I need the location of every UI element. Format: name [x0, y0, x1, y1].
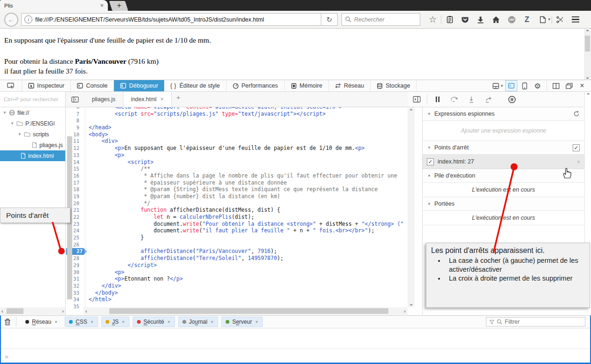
plus-icon[interactable]: +	[114, 0, 124, 10]
code-line[interactable]: */	[89, 200, 407, 207]
tab-stockage[interactable]: Stockage	[371, 80, 417, 91]
sidebar-toggle-button[interactable]	[550, 80, 562, 91]
line-number[interactable]: 9	[66, 124, 83, 131]
filter-caret-icon[interactable]: ▼	[167, 320, 171, 324]
console-input-line[interactable]: »	[1, 349, 590, 364]
filter-caret-icon[interactable]: ▼	[54, 320, 58, 324]
clear-console-trash-icon[interactable]	[4, 318, 11, 326]
editor-vertical-scrollbar[interactable]: ⌃ ⌃	[408, 107, 415, 307]
tab-memoire[interactable]: Mémoire	[285, 80, 329, 91]
tab-console[interactable]: Console	[71, 80, 114, 91]
console-filter-css[interactable]: CSS▼	[65, 317, 98, 327]
console-filter-input[interactable]: Filtrer	[486, 317, 585, 327]
scroll-left-icon[interactable]: ‹	[1, 308, 3, 314]
tree-item-folder-enseignement[interactable]: ▼ P:/ENSEIGNEMENT	[0, 118, 65, 129]
refresh-icon[interactable]	[573, 111, 580, 117]
breakpoint-checkbox[interactable]: ✓	[427, 158, 434, 165]
code-line[interactable]: <p>Etonnant non ?</p>	[89, 275, 407, 282]
breakpoints-header[interactable]: ▼ Points d'arrêt ✓	[423, 141, 584, 155]
toggle-all-breakpoints-checkbox[interactable]: ✓	[573, 144, 580, 151]
filter-caret-icon[interactable]: ▼	[255, 320, 258, 324]
code-line[interactable]: <meta name="viewport" content="width=dev…	[89, 107, 407, 111]
console-filter-serveur[interactable]: Serveur▼	[221, 317, 263, 327]
search-bar[interactable]: Rechercher	[341, 13, 420, 26]
scroll-up-icon[interactable]: ⌃	[409, 108, 413, 114]
source-tab-pliages[interactable]: pliages.js	[84, 92, 123, 107]
url-bar[interactable]: i file:///P:/ENSEIGNEMENT/ServeursWEB/td…	[21, 13, 321, 26]
toggle-panes-button[interactable]	[408, 96, 425, 103]
code-line[interactable]: <body>	[89, 131, 407, 138]
tab-inspecteur[interactable]: Inspecteur	[22, 80, 71, 91]
back-button[interactable]: ←	[4, 13, 18, 27]
code-line[interactable]: <p>	[89, 152, 407, 159]
reload-button[interactable]: ↻	[321, 13, 338, 26]
scrollbar-thumb[interactable]	[585, 36, 590, 52]
menu-hamburger-icon[interactable]	[568, 14, 583, 26]
chevron-down-icon[interactable]: ▼	[10, 121, 14, 126]
scrollbar-thumb[interactable]	[7, 308, 23, 314]
tab-editeur-de-style[interactable]: { } Éditeur de style	[164, 80, 227, 91]
call-stack-header[interactable]: ▼ Pile d'exécution	[423, 169, 584, 183]
chevron-down-icon[interactable]: ▼	[3, 111, 7, 115]
line-number[interactable]: 7	[66, 111, 83, 118]
tab-debogueur[interactable]: Débogueur	[114, 80, 164, 91]
code-line[interactable]: }	[89, 234, 407, 241]
separate-window-button[interactable]	[563, 80, 575, 91]
adblock-plus-icon[interactable]: ABP	[504, 14, 519, 26]
debugger-search-field[interactable]: Ctrl+P pour rechercher	[0, 92, 66, 107]
line-number[interactable]: 35	[66, 303, 83, 310]
scroll-right-icon[interactable]: ›	[404, 308, 406, 314]
page-info-icon[interactable]: i	[24, 15, 32, 23]
pause-button[interactable]	[429, 96, 446, 103]
code-line[interactable]: let n = calculerNbrePlis(dist);	[89, 214, 407, 221]
filter-caret-icon[interactable]: ▼	[90, 320, 94, 324]
scroll-down-icon[interactable]: ⌃	[409, 301, 413, 306]
sources-horizontal-scrollbar[interactable]: ‹ ›	[0, 307, 65, 315]
add-watch-expression-field[interactable]: Ajouter une expression espionne	[423, 121, 584, 141]
collapse-sources-panel-button[interactable]	[66, 92, 84, 107]
bookmarks-list-icon[interactable]	[442, 14, 457, 26]
chevron-down-icon[interactable]: ▼	[427, 146, 431, 150]
console-output[interactable]	[1, 328, 590, 349]
close-source-tab-icon[interactable]: ×	[160, 96, 164, 103]
settings-button[interactable]: ⚙	[531, 80, 544, 91]
editor-horizontal-scrollbar[interactable]: ‹ ›	[83, 307, 408, 315]
responsive-mode-button[interactable]	[518, 80, 530, 91]
code-line[interactable]: </script>	[89, 262, 407, 269]
dock-position-button[interactable]: ▼	[492, 80, 504, 91]
tab-reseau[interactable]: Réseau	[329, 80, 371, 91]
url-text[interactable]: file:///P:/ENSEIGNEMENT/ServeursWEB/tds/…	[35, 16, 264, 23]
split-console-button[interactable]	[505, 80, 517, 91]
page-scrollbar[interactable]: ⌃ ⌃	[584, 29, 591, 80]
page-action-caret-icon[interactable]: ▼	[547, 17, 551, 22]
add-source-tab-icon[interactable]: +	[172, 92, 185, 107]
chevron-down-icon[interactable]: ▼	[427, 174, 431, 178]
source-tab-index[interactable]: index.html ×	[123, 92, 172, 107]
console-filter-journal[interactable]: Journal▼	[178, 317, 218, 327]
tab-performances[interactable]: Performances	[227, 80, 285, 91]
code-line[interactable]: <div>	[89, 138, 407, 145]
code-line[interactable]: afficherDistance("Terre/Soleil", 1495978…	[89, 255, 407, 262]
code-line[interactable]: document.write("il faut plier la feuille…	[89, 227, 407, 234]
code-line[interactable]: </html>	[89, 296, 407, 303]
tree-item-file-pliages[interactable]: pliages.js	[0, 140, 65, 150]
code-line[interactable]	[89, 117, 407, 124]
code-line[interactable]: <script>	[89, 159, 407, 166]
scroll-left-icon[interactable]: ‹	[85, 308, 87, 314]
console-filter-scurit[interactable]: Sécurité▼	[133, 317, 175, 327]
pocket-icon[interactable]	[457, 14, 473, 26]
screenshot-scissors-icon[interactable]	[553, 14, 568, 26]
step-over-button[interactable]	[446, 96, 463, 103]
line-number[interactable]: 6	[66, 107, 83, 111]
code-line[interactable]: * @param {String} distMess texte indiqua…	[89, 186, 407, 193]
tree-item-file-index-selected[interactable]: index.html	[0, 150, 66, 161]
scroll-right-icon[interactable]: ›	[62, 308, 64, 314]
code-line[interactable]: * épaisseur supérieure à une distance do…	[89, 179, 407, 186]
code-line[interactable]: function afficherDistance(distMess, dist…	[89, 207, 407, 214]
close-devtools-button[interactable]: ×	[576, 80, 588, 91]
filter-caret-icon[interactable]: ▼	[121, 320, 125, 324]
code-line[interactable]	[89, 241, 407, 248]
line-number[interactable]: 8	[66, 117, 83, 124]
step-out-button[interactable]	[480, 96, 497, 103]
chevron-down-icon[interactable]: ▼	[427, 202, 431, 206]
